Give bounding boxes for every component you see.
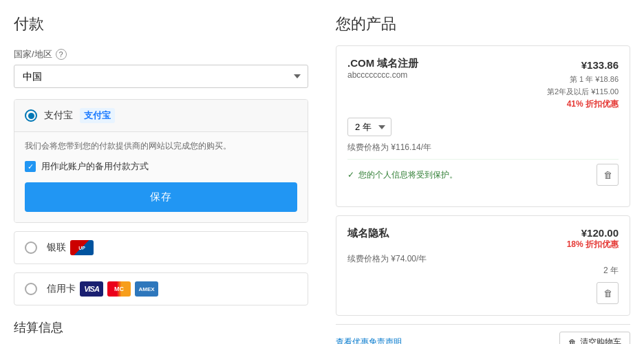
- domain-year-select[interactable]: 2 年: [347, 118, 391, 136]
- help-icon[interactable]: ?: [56, 49, 67, 60]
- alipay-radio[interactable]: [25, 109, 37, 122]
- privacy-name: 域名隐私: [347, 227, 389, 240]
- country-select[interactable]: 中国: [14, 65, 308, 88]
- coupon-link[interactable]: 查看优惠免责声明: [336, 336, 402, 344]
- alipay-brand-logo: 支付宝: [80, 108, 115, 123]
- creditcard-radio[interactable]: [25, 283, 37, 295]
- alipay-logo-area: 支付宝 支付宝: [44, 108, 115, 123]
- privacy-notice: ✓ 您的个人信息将受到保护。 🗑: [347, 159, 619, 190]
- backup-checkbox[interactable]: [25, 161, 36, 172]
- privacy-delete-button[interactable]: 🗑: [597, 282, 619, 304]
- unionpay-label: 银联: [47, 241, 66, 254]
- creditcard-method[interactable]: 信用卡 VISA MC AMEX: [14, 272, 308, 305]
- creditcard-label: 信用卡: [47, 283, 76, 295]
- domain-price-details: ¥133.86 第 1 年 ¥18.86 第2年及以后 ¥115.00 41% …: [547, 57, 619, 111]
- privacy-discount: 18% 折扣优惠: [567, 239, 619, 250]
- clear-cart-button[interactable]: 🗑 清空购物车: [559, 332, 630, 344]
- page-wrapper: 付款 国家/地区 ? 中国 支付宝 支付宝: [0, 0, 644, 344]
- unionpay-radio[interactable]: [25, 241, 37, 254]
- domain-product-card: .COM 域名注册 abcccccccc.com ¥133.86 第 1 年 ¥…: [336, 45, 630, 207]
- backup-label: 用作此账户的备用付款方式: [41, 160, 149, 173]
- amex-icon: AMEX: [135, 281, 158, 297]
- alipay-header[interactable]: 支付宝 支付宝: [14, 100, 308, 131]
- right-panel: 您的产品 .COM 域名注册 abcccccccc.com ¥133.86 第 …: [336, 14, 630, 344]
- backup-payment-row: 用作此账户的备用付款方式: [25, 160, 297, 173]
- unionpay-logos: UP: [70, 240, 94, 255]
- domain-delete-button[interactable]: 🗑: [597, 164, 619, 186]
- save-button[interactable]: 保存: [25, 182, 297, 212]
- payment-title: 付款: [14, 14, 308, 34]
- domain-year-row: 2 年: [347, 118, 619, 136]
- cart-actions: 查看优惠免责声明 🗑 清空购物车: [336, 324, 630, 344]
- check-icon: ✓: [347, 170, 354, 180]
- country-label: 国家/地区 ?: [14, 48, 308, 61]
- unionpay-method[interactable]: 银联 UP: [14, 231, 308, 264]
- domain-discount: 41% 折扣优惠: [547, 98, 619, 111]
- alipay-method: 支付宝 支付宝 我们会将您带到您的付款提供商的网站以完成您的购买。 用作此账户的…: [14, 99, 308, 223]
- privacy-renewal: 续费价格为 ¥74.00/年: [347, 253, 619, 265]
- privacy-price-area: ¥120.00 18% 折扣优惠: [567, 227, 619, 250]
- left-panel: 付款 国家/地区 ? 中国 支付宝 支付宝: [14, 14, 308, 344]
- mastercard-icon: MC: [107, 281, 131, 297]
- trash-icon: 🗑: [568, 338, 577, 344]
- privacy-header: 域名隐私 ¥120.00 18% 折扣优惠: [347, 227, 619, 250]
- privacy-product-card: 域名隐私 ¥120.00 18% 折扣优惠 续费价格为 ¥74.00/年 2 年…: [336, 215, 630, 316]
- page-container: 付款 国家/地区 ? 中国 支付宝 支付宝: [0, 0, 644, 344]
- domain-header: .COM 域名注册 abcccccccc.com ¥133.86 第 1 年 ¥…: [347, 57, 619, 111]
- alipay-text-label: 支付宝: [44, 109, 73, 122]
- billing-title: 结算信息: [14, 319, 308, 336]
- card-logos: VISA MC AMEX: [80, 281, 158, 297]
- privacy-delete-row: 🗑: [347, 282, 619, 304]
- alipay-expanded: 我们会将您带到您的付款提供商的网站以完成您的购买。 用作此账户的备用付款方式 保…: [14, 131, 308, 222]
- visa-icon: VISA: [80, 281, 103, 297]
- unionpay-logo-icon: UP: [70, 240, 94, 255]
- domain-name: .COM 域名注册 abcccccccc.com: [347, 57, 418, 85]
- privacy-year-label: 2 年: [347, 265, 619, 277]
- alipay-note: 我们会将您带到您的付款提供商的网站以完成您的购买。: [25, 140, 297, 152]
- domain-renewal: 续费价格为 ¥116.14/年: [347, 142, 619, 153]
- products-title: 您的产品: [336, 14, 630, 34]
